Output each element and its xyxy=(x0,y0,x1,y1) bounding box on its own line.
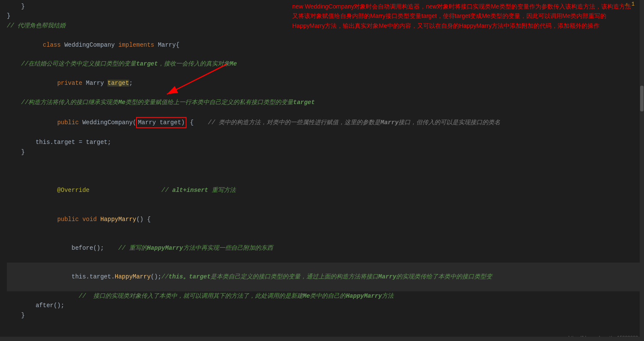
code-line-14: public void HappyMarry() { xyxy=(7,205,644,233)
code-line-19: } xyxy=(7,311,644,320)
code-lines: } } // 代理角色帮我结婚 class WeddingCompany imp… xyxy=(0,0,644,341)
code-line-11 xyxy=(7,157,644,166)
code-line-12 xyxy=(7,167,644,176)
code-line-16: this.target.HappyMarry();//this。target是本… xyxy=(7,263,644,291)
editor-container: } } // 代理角色帮我结婚 class WeddingCompany imp… xyxy=(0,0,644,341)
code-line-17: // 接口的实现类对象传入了本类中，就可以调用其下的方法了，此处调用的是新建Me… xyxy=(7,291,644,301)
code-line-7: //构造方法将传入的接口继承实现类Me类型的变量赋值给上一行本类中自己定义的私有… xyxy=(7,98,644,107)
code-line-15: before(); // 重写的HappyMarry方法中再实现一些自己附加的东… xyxy=(7,233,644,262)
code-line-6: private Marry target; xyxy=(7,69,644,98)
code-line-13: @Override // alt+insert 重写方法 xyxy=(7,176,644,205)
code-area[interactable]: } } // 代理角色帮我结婚 class WeddingCompany imp… xyxy=(0,0,644,341)
code-line-8: public WeddingCompany(Marry target) { //… xyxy=(7,107,644,138)
code-line-5: //在结婚公司这个类中定义接口类型的变量target，接收一会传入的真实对象Me xyxy=(7,59,644,69)
scrollbar-right[interactable] xyxy=(640,0,644,341)
code-line-4: class WeddingCompany implements Marry{ xyxy=(7,30,644,59)
code-line-18: after(); xyxy=(7,301,644,310)
scrollbar-thumb[interactable] xyxy=(640,86,644,111)
annotation-box: new WeddingCompany对象时会自动调用构造器，new对象时将接口实… xyxy=(289,0,640,32)
scrollbar-bottom[interactable] xyxy=(0,337,640,341)
warning-icon: ⚠ 1 xyxy=(625,1,635,7)
annotation-text: new WeddingCompany对象时会自动调用构造器，new对象时将接口实… xyxy=(292,3,631,29)
code-line-10: } xyxy=(7,147,644,157)
code-line-9: this.target = target; xyxy=(7,138,644,147)
code-line-20 xyxy=(7,320,644,329)
